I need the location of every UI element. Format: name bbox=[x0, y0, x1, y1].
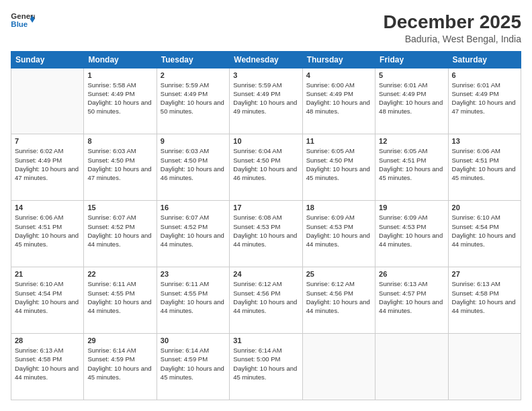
calendar-cell: 30Sunrise: 6:14 AMSunset: 4:59 PMDayligh… bbox=[157, 334, 229, 400]
day-number: 21 bbox=[15, 270, 80, 278]
calendar-cell: 13Sunrise: 6:06 AMSunset: 4:51 PMDayligh… bbox=[448, 134, 521, 201]
sunset-text: Sunset: 4:56 PM bbox=[306, 289, 371, 298]
sunset-text: Sunset: 4:58 PM bbox=[15, 355, 80, 363]
sunrise-text: Sunrise: 5:59 AM bbox=[161, 81, 226, 89]
calendar-cell: 7Sunrise: 6:02 AMSunset: 4:49 PMDaylight… bbox=[11, 134, 84, 201]
weekday-header-thursday: Thursday bbox=[302, 51, 375, 68]
sunset-text: Sunset: 4:50 PM bbox=[161, 156, 226, 165]
daylight-text: Daylight: 10 hours and 45 minutes. bbox=[233, 364, 298, 382]
calendar-cell: 11Sunrise: 6:05 AMSunset: 4:50 PMDayligh… bbox=[302, 134, 375, 201]
daylight-text: Daylight: 10 hours and 44 minutes. bbox=[233, 231, 298, 249]
daylight-text: Daylight: 10 hours and 44 minutes. bbox=[87, 298, 152, 316]
cell-content: Sunrise: 6:11 AMSunset: 4:55 PMDaylight:… bbox=[161, 279, 226, 315]
sunrise-text: Sunrise: 6:05 AM bbox=[306, 146, 371, 155]
cell-content: Sunrise: 6:12 AMSunset: 4:56 PMDaylight:… bbox=[233, 279, 298, 315]
sunset-text: Sunset: 4:54 PM bbox=[452, 222, 517, 231]
sunset-text: Sunset: 4:50 PM bbox=[233, 156, 298, 165]
cell-content: Sunrise: 6:12 AMSunset: 4:56 PMDaylight:… bbox=[306, 279, 371, 315]
logo-icon: General Blue bbox=[11, 11, 35, 31]
sunrise-text: Sunrise: 6:01 AM bbox=[379, 81, 444, 89]
sunset-text: Sunset: 4:54 PM bbox=[15, 289, 80, 298]
sunset-text: Sunset: 4:59 PM bbox=[161, 355, 226, 363]
cell-content: Sunrise: 6:03 AMSunset: 4:50 PMDaylight:… bbox=[161, 146, 226, 182]
calendar-cell: 19Sunrise: 6:09 AMSunset: 4:53 PMDayligh… bbox=[375, 201, 448, 267]
sunrise-text: Sunrise: 6:14 AM bbox=[161, 346, 226, 355]
sunrise-text: Sunrise: 6:13 AM bbox=[452, 279, 517, 288]
cell-content: Sunrise: 6:06 AMSunset: 4:51 PMDaylight:… bbox=[15, 213, 80, 248]
cell-content: Sunrise: 6:13 AMSunset: 4:57 PMDaylight:… bbox=[379, 279, 444, 315]
daylight-text: Daylight: 10 hours and 49 minutes. bbox=[233, 98, 298, 116]
calendar-cell: 6Sunrise: 6:01 AMSunset: 4:49 PMDaylight… bbox=[448, 68, 521, 134]
sunrise-text: Sunrise: 6:14 AM bbox=[233, 346, 298, 355]
cell-content: Sunrise: 6:05 AMSunset: 4:50 PMDaylight:… bbox=[306, 146, 371, 182]
calendar-cell: 31Sunrise: 6:14 AMSunset: 5:00 PMDayligh… bbox=[230, 334, 302, 400]
cell-content: Sunrise: 5:59 AMSunset: 4:49 PMDaylight:… bbox=[233, 81, 298, 116]
day-number: 31 bbox=[233, 336, 298, 345]
day-number: 4 bbox=[306, 71, 371, 79]
day-number: 9 bbox=[161, 137, 226, 145]
sunrise-text: Sunrise: 6:04 AM bbox=[233, 146, 298, 155]
daylight-text: Daylight: 10 hours and 44 minutes. bbox=[87, 231, 152, 249]
day-number: 7 bbox=[15, 137, 80, 145]
weekday-header-tuesday: Tuesday bbox=[157, 51, 229, 68]
calendar-cell bbox=[448, 334, 521, 400]
sunrise-text: Sunrise: 6:10 AM bbox=[15, 279, 80, 288]
weekday-header-monday: Monday bbox=[84, 51, 157, 68]
cell-content: Sunrise: 6:09 AMSunset: 4:53 PMDaylight:… bbox=[306, 213, 371, 248]
daylight-text: Daylight: 10 hours and 45 minutes. bbox=[161, 364, 226, 382]
sunrise-text: Sunrise: 6:01 AM bbox=[452, 81, 517, 89]
day-number: 17 bbox=[233, 203, 298, 212]
month-title: December 2025 bbox=[384, 11, 521, 34]
cell-content: Sunrise: 6:01 AMSunset: 4:49 PMDaylight:… bbox=[452, 81, 517, 116]
title-block: December 2025 Baduria, West Bengal, Indi… bbox=[384, 11, 521, 44]
day-number: 14 bbox=[15, 203, 80, 212]
sunset-text: Sunset: 4:49 PM bbox=[306, 89, 371, 98]
sunset-text: Sunset: 4:51 PM bbox=[15, 222, 80, 231]
daylight-text: Daylight: 10 hours and 47 minutes. bbox=[452, 98, 517, 116]
daylight-text: Daylight: 10 hours and 44 minutes. bbox=[306, 298, 371, 316]
daylight-text: Daylight: 10 hours and 48 minutes. bbox=[306, 98, 371, 116]
cell-content: Sunrise: 6:10 AMSunset: 4:54 PMDaylight:… bbox=[15, 279, 80, 315]
sunset-text: Sunset: 4:53 PM bbox=[306, 222, 371, 231]
sunset-text: Sunset: 4:49 PM bbox=[452, 89, 517, 98]
cell-content: Sunrise: 6:03 AMSunset: 4:50 PMDaylight:… bbox=[87, 146, 152, 182]
calendar-cell: 20Sunrise: 6:10 AMSunset: 4:54 PMDayligh… bbox=[448, 201, 521, 267]
cell-content: Sunrise: 6:11 AMSunset: 4:55 PMDaylight:… bbox=[87, 279, 152, 315]
calendar-cell: 12Sunrise: 6:05 AMSunset: 4:51 PMDayligh… bbox=[375, 134, 448, 201]
daylight-text: Daylight: 10 hours and 50 minutes. bbox=[161, 98, 226, 116]
svg-text:Blue: Blue bbox=[11, 20, 28, 28]
sunset-text: Sunset: 4:52 PM bbox=[161, 222, 226, 231]
calendar-cell bbox=[375, 334, 448, 400]
day-number: 25 bbox=[306, 270, 371, 278]
daylight-text: Daylight: 10 hours and 44 minutes. bbox=[161, 231, 226, 249]
calendar-cell: 27Sunrise: 6:13 AMSunset: 4:58 PMDayligh… bbox=[448, 267, 521, 334]
sunset-text: Sunset: 4:51 PM bbox=[379, 156, 444, 165]
calendar-cell: 29Sunrise: 6:14 AMSunset: 4:59 PMDayligh… bbox=[84, 334, 157, 400]
daylight-text: Daylight: 10 hours and 44 minutes. bbox=[452, 298, 517, 316]
sunrise-text: Sunrise: 6:09 AM bbox=[379, 213, 444, 222]
day-number: 19 bbox=[379, 203, 444, 212]
daylight-text: Daylight: 10 hours and 46 minutes. bbox=[233, 165, 298, 183]
sunset-text: Sunset: 4:58 PM bbox=[452, 289, 517, 298]
day-number: 5 bbox=[379, 71, 444, 79]
weekday-header-saturday: Saturday bbox=[448, 51, 521, 68]
calendar-cell: 23Sunrise: 6:11 AMSunset: 4:55 PMDayligh… bbox=[157, 267, 229, 334]
sunset-text: Sunset: 4:53 PM bbox=[233, 222, 298, 231]
day-number: 18 bbox=[306, 203, 371, 212]
cell-content: Sunrise: 6:13 AMSunset: 4:58 PMDaylight:… bbox=[452, 279, 517, 315]
calendar-cell: 25Sunrise: 6:12 AMSunset: 4:56 PMDayligh… bbox=[302, 267, 375, 334]
day-number: 10 bbox=[233, 137, 298, 145]
sunset-text: Sunset: 4:49 PM bbox=[87, 89, 152, 98]
sunrise-text: Sunrise: 6:12 AM bbox=[306, 279, 371, 288]
sunrise-text: Sunrise: 6:09 AM bbox=[306, 213, 371, 222]
daylight-text: Daylight: 10 hours and 47 minutes. bbox=[87, 165, 152, 183]
sunrise-text: Sunrise: 6:08 AM bbox=[233, 213, 298, 222]
daylight-text: Daylight: 10 hours and 47 minutes. bbox=[15, 165, 80, 183]
sunset-text: Sunset: 4:49 PM bbox=[233, 89, 298, 98]
calendar-cell: 22Sunrise: 6:11 AMSunset: 4:55 PMDayligh… bbox=[84, 267, 157, 334]
cell-content: Sunrise: 6:07 AMSunset: 4:52 PMDaylight:… bbox=[87, 213, 152, 248]
sunrise-text: Sunrise: 6:13 AM bbox=[379, 279, 444, 288]
cell-content: Sunrise: 6:06 AMSunset: 4:51 PMDaylight:… bbox=[452, 146, 517, 182]
day-number: 13 bbox=[452, 137, 517, 145]
sunrise-text: Sunrise: 6:05 AM bbox=[379, 146, 444, 155]
